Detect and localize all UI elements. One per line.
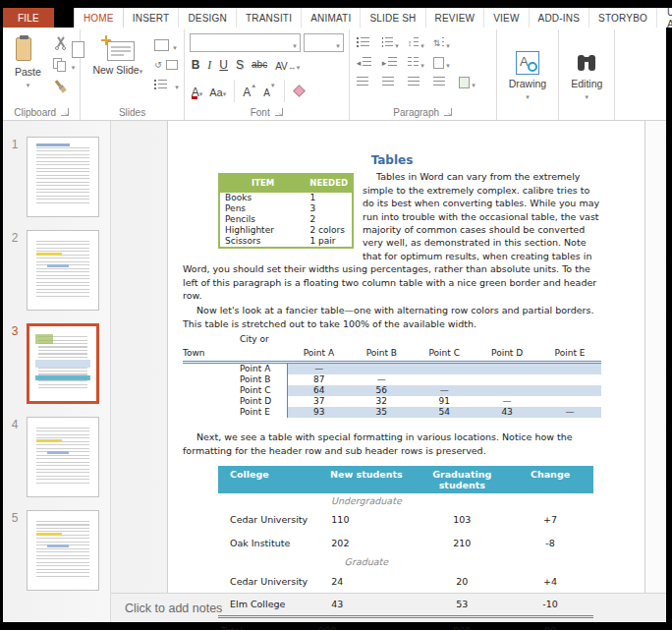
binoculars-icon: [575, 51, 598, 75]
justify-button[interactable]: [433, 75, 450, 89]
table-row: Oak Institute 202 210 -8: [218, 532, 593, 554]
slide-thumbnail-panel: 1 2 3 4 5: [3, 121, 111, 622]
underline-button[interactable]: U: [219, 58, 228, 72]
tab-review[interactable]: REVIEW: [426, 8, 485, 28]
decrease-indent-button[interactable]: ◂: [357, 55, 373, 70]
text-shadow-button[interactable]: S: [236, 58, 244, 72]
font-size-combo[interactable]: [304, 33, 344, 52]
cell: 90: [507, 617, 593, 630]
slide-page[interactable]: Tables ITEM NEEDED Books1 Pens3: [167, 121, 645, 593]
increase-indent-button[interactable]: ▸: [382, 55, 399, 70]
thumbnail-page[interactable]: [27, 137, 99, 217]
text-direction-button[interactable]: ⇅: [433, 35, 450, 50]
cell: 908: [417, 617, 507, 630]
align-text-button[interactable]: [433, 55, 450, 70]
slide-thumbnail-2[interactable]: 2: [3, 230, 110, 311]
numbering-button[interactable]: [382, 35, 399, 50]
cell: [538, 374, 601, 385]
table-row: Pencils2: [219, 214, 353, 225]
tab-transitions[interactable]: TRANSITI: [237, 8, 302, 28]
change-case-button[interactable]: Aa: [209, 83, 226, 100]
editing-group: Editing: [559, 29, 615, 120]
format-painter-button[interactable]: [53, 80, 76, 93]
slide-thumbnail-4[interactable]: 4: [3, 417, 110, 497]
font-color-caret-icon: [199, 83, 203, 99]
columns-button[interactable]: [408, 55, 424, 70]
table-header-row: City or Town Point A Point B Point C Poi…: [183, 333, 601, 362]
tab-home[interactable]: HOME: [74, 8, 124, 28]
strikethrough-button[interactable]: abc: [252, 58, 267, 72]
thumbnail-page[interactable]: [27, 230, 99, 311]
thumbnail-page[interactable]: [27, 323, 99, 404]
paste-dropdown-caret[interactable]: [27, 78, 30, 89]
paste-button[interactable]: Paste: [8, 31, 48, 93]
tab-slideshow[interactable]: SLIDE SH: [361, 8, 425, 28]
cell: 24: [315, 570, 417, 593]
tab-design[interactable]: DESIGN: [179, 8, 237, 28]
tab-file[interactable]: FILE: [3, 8, 54, 28]
slide-content[interactable]: Tables ITEM NEEDED Books1 Pens3: [168, 121, 644, 630]
clipboard-dialog-launcher[interactable]: [61, 108, 69, 116]
tab-addins[interactable]: ADD-INS: [530, 8, 590, 28]
table-row: Point B 87 —: [183, 374, 601, 385]
new-slide-button[interactable]: New Slide: [85, 31, 149, 80]
copy-caret-icon: [72, 56, 76, 74]
font-dialog-launcher[interactable]: [275, 108, 283, 116]
cell: 103: [417, 508, 507, 531]
tab-view[interactable]: VIEW: [484, 8, 529, 28]
section-button[interactable]: [154, 76, 179, 93]
cell: Point C: [413, 333, 476, 362]
slide-thumbnail-1[interactable]: 1: [3, 137, 110, 217]
new-slide-icon: [101, 35, 135, 61]
font-color-button[interactable]: A: [192, 83, 203, 100]
bullets-button[interactable]: [357, 35, 373, 50]
paragraph-group-label: Paragraph: [393, 107, 439, 118]
copy-button[interactable]: [53, 56, 76, 74]
drawing-button[interactable]: A Drawing: [502, 47, 554, 105]
align-center-button[interactable]: [382, 75, 399, 89]
slide-thumbnail-3[interactable]: 3: [3, 323, 110, 404]
align-right-button[interactable]: [408, 75, 424, 89]
paragraph-dialog-launcher[interactable]: [444, 108, 452, 116]
reset-button[interactable]: ↺: [154, 60, 179, 70]
thumbnail-page[interactable]: [27, 417, 99, 497]
table-row: Books1: [219, 193, 353, 203]
table-row: Point D 37 32 91 —: [183, 396, 601, 407]
slide-canvas[interactable]: Tables ITEM NEEDED Books1 Pens3: [111, 121, 666, 593]
line-spacing-button[interactable]: ↕: [408, 35, 424, 50]
shrink-font-button[interactable]: A▼: [263, 83, 276, 100]
grow-arrow-icon: ▲: [251, 83, 256, 88]
grow-font-button[interactable]: A▲: [243, 83, 256, 100]
tab-insert[interactable]: INSERT: [124, 8, 180, 28]
character-spacing-button[interactable]: AV↔: [275, 56, 300, 74]
cell: —: [350, 374, 413, 385]
cell: 87: [288, 374, 351, 385]
convert-smartart-button[interactable]: [459, 75, 476, 89]
cell: 202: [315, 532, 417, 554]
cell: 43: [476, 407, 538, 418]
user-account-name[interactable]: Usman Aziz: [657, 8, 672, 28]
cell: —: [476, 396, 538, 407]
cell: [218, 493, 315, 508]
tab-animations[interactable]: ANIMATI: [302, 8, 361, 28]
clear-formatting-button[interactable]: [293, 85, 306, 97]
cell: Oak Institute: [218, 532, 315, 554]
cell: [538, 385, 601, 396]
cell: College: [218, 466, 315, 493]
cell: —: [413, 385, 476, 396]
cell: Point B: [350, 333, 413, 362]
shrink-font-glyph: A: [263, 87, 270, 98]
slide-number: 4: [3, 417, 27, 497]
editing-button[interactable]: Editing: [564, 47, 609, 105]
character-spacing-glyph: AV: [275, 61, 288, 72]
scissors-icon: [53, 36, 68, 50]
cell: [538, 396, 601, 407]
layout-button[interactable]: [154, 36, 179, 54]
bold-button[interactable]: B: [192, 58, 200, 72]
thumbnail-page[interactable]: [27, 510, 99, 591]
font-name-combo[interactable]: [190, 33, 301, 52]
align-left-button[interactable]: [357, 75, 373, 89]
tab-storyboarding[interactable]: STORYBO: [589, 8, 657, 28]
slide-thumbnail-5[interactable]: 5: [3, 510, 110, 591]
italic-button[interactable]: I: [207, 58, 211, 72]
